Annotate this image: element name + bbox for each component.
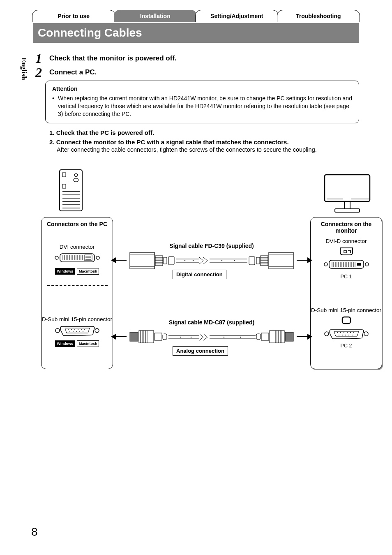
os-badge-windows: Windows <box>55 340 75 347</box>
svg-rect-120 <box>154 333 162 340</box>
svg-point-72 <box>337 332 338 333</box>
svg-point-80 <box>345 335 346 335</box>
svg-rect-13 <box>335 209 360 212</box>
dsub-symbol-icon <box>340 315 353 326</box>
dvi-d-symbol-icon <box>338 246 355 257</box>
svg-rect-130 <box>256 334 261 340</box>
arrow-icon <box>297 336 308 337</box>
svg-point-76 <box>350 332 351 333</box>
step-2-title: Connect a PC. <box>49 68 359 76</box>
tab-prior-to-use: Prior to use <box>32 10 115 22</box>
svg-rect-138 <box>285 332 293 341</box>
dsub-port-icon-monitor <box>322 327 371 340</box>
dvi-connector-label-pc: DVI connector <box>42 244 113 250</box>
arrow-icon <box>297 260 308 261</box>
panel-separator <box>47 285 108 286</box>
svg-point-124 <box>180 336 181 337</box>
dsub-cable-icon <box>127 326 296 347</box>
svg-point-125 <box>191 336 191 337</box>
svg-rect-69 <box>342 317 350 324</box>
signal-cable-md-c87-label: Signal cable MD-C87 (supplied) <box>150 319 273 326</box>
sub-step-1: 1. Check that the PC is powered off. <box>49 129 359 136</box>
svg-point-38 <box>68 329 69 330</box>
attention-label: Attention <box>52 85 352 93</box>
svg-point-96 <box>184 260 185 261</box>
svg-point-36 <box>55 328 60 333</box>
svg-point-74 <box>344 332 344 333</box>
connectors-on-pc-panel: Connectors on the PC DVI connector <box>41 217 113 369</box>
svg-rect-113 <box>130 332 138 341</box>
connectors-on-monitor-title: Connectors on the monitor <box>311 217 382 235</box>
svg-point-77 <box>353 332 354 333</box>
arrow-icon <box>115 336 127 337</box>
dvi-d-connector-label-monitor: DVI-D connector <box>311 238 382 245</box>
svg-rect-1 <box>62 173 66 177</box>
svg-point-129 <box>240 336 241 337</box>
section-title: Connecting Cables <box>33 23 359 43</box>
pc2-label: PC 2 <box>311 343 382 349</box>
svg-point-17 <box>96 256 99 259</box>
connection-diagram: Connectors on the PC DVI connector <box>41 168 382 382</box>
svg-rect-103 <box>256 257 260 264</box>
sub-steps: 1. Check that the PC is powered off. 2. … <box>49 129 359 153</box>
analog-connection-tag: Analog connection <box>173 346 228 356</box>
step-1: 1 Check that the monitor is powered off. <box>49 54 359 62</box>
step-1-number: 1 <box>35 51 42 66</box>
svg-point-81 <box>348 335 349 335</box>
svg-point-128 <box>224 336 224 337</box>
sub-step-2-note: After connecting the cable connectors, t… <box>49 146 359 153</box>
svg-point-37 <box>95 328 99 333</box>
section-tabs: Prior to use Installation Setting/Adjust… <box>33 10 359 22</box>
step-2: 2 Connect a PC. Attention • When replaci… <box>49 68 359 382</box>
svg-point-78 <box>339 335 339 335</box>
connectors-on-pc-title: Connectors on the PC <box>42 217 113 228</box>
os-badge-windows: Windows <box>55 268 75 275</box>
svg-point-3 <box>73 178 79 182</box>
svg-point-16 <box>55 256 58 259</box>
os-badge-macintosh: Macintosh <box>77 340 99 347</box>
svg-rect-114 <box>139 331 154 343</box>
svg-point-79 <box>342 335 343 335</box>
pc-tower-icon <box>58 168 90 213</box>
svg-rect-102 <box>249 257 255 265</box>
svg-rect-93 <box>168 257 174 265</box>
pc1-label: PC 1 <box>311 274 382 280</box>
step-1-title: Check that the monitor is powered off. <box>49 54 359 62</box>
svg-point-71 <box>364 332 368 336</box>
svg-point-40 <box>74 329 75 330</box>
svg-point-50 <box>324 263 327 266</box>
dvi-d-port-icon-monitor <box>322 258 371 271</box>
svg-point-48 <box>83 331 83 332</box>
svg-rect-131 <box>261 333 269 340</box>
svg-point-2 <box>74 173 78 177</box>
tab-installation: Installation <box>114 10 197 22</box>
bullet-icon: • <box>52 95 58 118</box>
signal-cable-fd-c39-label: Signal cable FD-C39 (supplied) <box>150 243 273 249</box>
dsub-connector-label-monitor: D-Sub mini 15-pin connector <box>311 307 382 314</box>
dsub-connector-label-pc: D-Sub mini 15-pin connector <box>42 316 113 323</box>
svg-point-45 <box>73 331 74 332</box>
digital-connection-tag: Digital connection <box>173 270 226 279</box>
svg-point-44 <box>69 331 70 332</box>
svg-point-100 <box>221 260 222 261</box>
svg-point-82 <box>352 335 353 335</box>
page-number: 8 <box>31 525 38 539</box>
attention-text: When replacing the current monitor with … <box>58 95 352 118</box>
svg-point-73 <box>340 332 341 333</box>
dsub-port-icon-pc <box>53 324 102 336</box>
svg-rect-87 <box>164 257 167 264</box>
tab-setting-adjustment: Setting/Adjustment <box>195 10 279 22</box>
svg-point-70 <box>325 332 329 336</box>
svg-point-97 <box>193 260 194 261</box>
svg-rect-4 <box>62 184 66 188</box>
sub-step-2-title: 2. Connect the monitor to the PC with a … <box>49 139 359 146</box>
step-2-number: 2 <box>35 65 42 80</box>
tab-troubleshooting: Troubleshooting <box>277 10 360 22</box>
os-badge-macintosh: Macintosh <box>77 268 99 275</box>
connectors-on-monitor-panel: Connectors on the monitor DVI-D connecto… <box>310 217 382 369</box>
svg-point-46 <box>76 331 77 332</box>
svg-point-101 <box>234 260 235 261</box>
svg-point-39 <box>71 329 72 330</box>
svg-point-51 <box>365 263 369 266</box>
svg-point-47 <box>79 331 80 332</box>
